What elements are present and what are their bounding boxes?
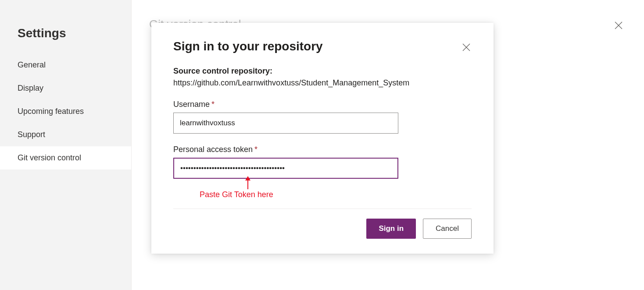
- sidebar-item-display[interactable]: Display: [0, 77, 131, 100]
- repository-label: Source control repository:: [173, 67, 472, 76]
- sidebar-title: Settings: [0, 26, 131, 53]
- sidebar-item-git-version-control[interactable]: Git version control: [0, 146, 131, 170]
- svg-marker-5: [245, 176, 250, 180]
- sign-in-dialog: Sign in to your repository Source contro…: [151, 23, 494, 254]
- dialog-close-button[interactable]: [461, 42, 472, 53]
- dialog-title: Sign in to your repository: [173, 39, 323, 53]
- settings-sidebar: Settings General Display Upcoming featur…: [0, 0, 132, 290]
- sidebar-item-label: Upcoming features: [18, 107, 84, 116]
- sidebar-item-label: General: [18, 60, 46, 69]
- repository-url: https://github.com/Learnwithvoxtuss/Stud…: [173, 78, 472, 88]
- sidebar-item-label: Support: [18, 130, 45, 139]
- required-indicator: *: [211, 100, 215, 109]
- sidebar-item-upcoming-features[interactable]: Upcoming features: [0, 100, 131, 123]
- sidebar-item-support[interactable]: Support: [0, 123, 131, 146]
- arrow-up-icon: [243, 176, 252, 189]
- close-icon: [462, 43, 470, 51]
- personal-access-token-input[interactable]: [173, 158, 398, 179]
- sign-in-button[interactable]: Sign in: [366, 219, 416, 239]
- sidebar-item-general[interactable]: General: [0, 53, 131, 77]
- annotation: Paste Git Token here: [173, 179, 472, 205]
- close-panel-button[interactable]: [612, 19, 625, 32]
- cancel-button[interactable]: Cancel: [423, 219, 472, 239]
- sidebar-item-label: Display: [18, 84, 43, 92]
- sidebar-item-label: Git version control: [18, 153, 81, 162]
- username-input[interactable]: [173, 113, 398, 134]
- close-icon: [614, 21, 623, 30]
- divider: [173, 209, 472, 209]
- username-label: Username*: [173, 100, 472, 109]
- token-label: Personal access token*: [173, 145, 472, 154]
- annotation-text: Paste Git Token here: [200, 190, 273, 199]
- required-indicator: *: [254, 145, 258, 154]
